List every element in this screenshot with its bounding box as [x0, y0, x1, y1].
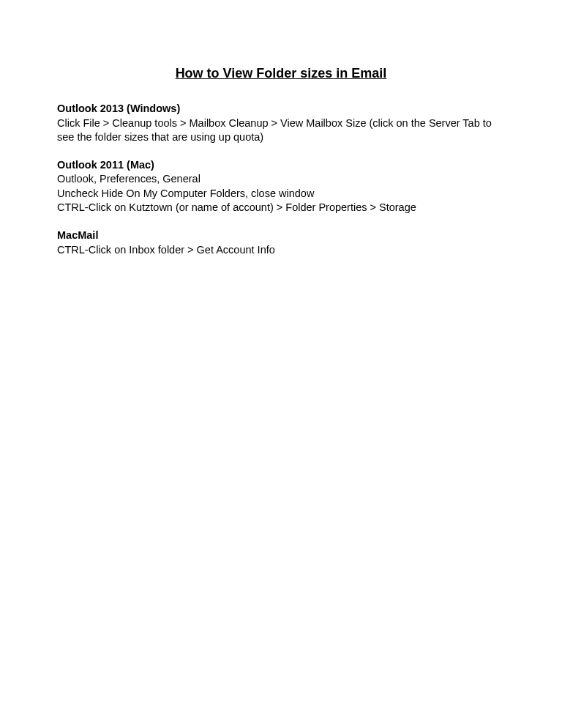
section-body: Click File > Cleanup tools > Mailbox Cle…	[57, 116, 505, 145]
section-macmail: MacMail CTRL-Click on Inbox folder > Get…	[57, 229, 505, 257]
section-heading: Outlook 2013 (Windows)	[57, 102, 505, 116]
section-heading: Outlook 2011 (Mac)	[57, 158, 505, 173]
section-heading: MacMail	[57, 229, 505, 243]
section-body: Outlook, Preferences, GeneralUncheck Hid…	[57, 172, 505, 215]
section-outlook-2013: Outlook 2013 (Windows) Click File > Clea…	[57, 102, 505, 145]
section-outlook-2011: Outlook 2011 (Mac) Outlook, Preferences,…	[57, 158, 505, 215]
page-title: How to View Folder sizes in Email	[57, 66, 505, 81]
section-body: CTRL-Click on Inbox folder > Get Account…	[57, 243, 505, 258]
